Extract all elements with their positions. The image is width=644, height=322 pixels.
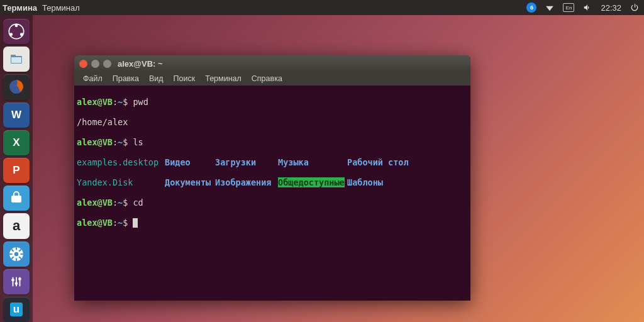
svg-rect-8 — [11, 196, 21, 203]
command-cd: cd — [133, 197, 143, 208]
svg-rect-6 — [11, 57, 21, 63]
menubar-app-name: Терминал — [42, 3, 80, 13]
equalizer-icon — [9, 275, 23, 289]
top-menubar: Термина Терминал 6 En 22:32 — [0, 0, 644, 15]
menu-help[interactable]: Справка — [247, 73, 287, 84]
svg-point-2 — [10, 33, 13, 36]
pwd-output: /home/alex — [77, 117, 468, 127]
command-pwd: pwd — [133, 97, 148, 107]
launcher-firefox[interactable] — [3, 74, 30, 99]
ubuntu-cof-icon — [8, 23, 25, 40]
launcher-writer[interactable]: W — [3, 103, 30, 128]
firefox-icon — [8, 79, 25, 95]
launcher-impress[interactable]: P — [3, 158, 30, 183]
menu-file[interactable]: Файл — [78, 73, 108, 84]
excel-icon: X — [13, 136, 19, 149]
menu-edit[interactable]: Правка — [108, 73, 144, 84]
terminal-window[interactable]: alex@VB: ~ Файл Правка Вид Поиск Термина… — [74, 55, 470, 301]
window-menubar: Файл Правка Вид Поиск Терминал Справка — [74, 72, 470, 86]
launcher-amazon[interactable]: a — [3, 213, 30, 238]
prompt-path: ~ — [118, 97, 123, 107]
settings-icon — [8, 246, 25, 262]
command-ls: ls — [133, 137, 143, 147]
file-manager-icon — [9, 52, 24, 67]
window-close-button[interactable] — [79, 60, 87, 68]
amazon-icon: a — [13, 218, 20, 234]
svg-point-13 — [18, 277, 21, 280]
launcher-extra[interactable]: u — [3, 297, 30, 322]
launcher-sound[interactable] — [3, 269, 30, 294]
u-icon: u — [10, 303, 23, 316]
menu-search[interactable]: Поиск — [169, 73, 201, 84]
svg-point-11 — [11, 279, 14, 282]
powerpoint-icon: P — [13, 164, 19, 177]
launcher-software[interactable] — [3, 186, 30, 211]
menu-terminal[interactable]: Терминал — [200, 73, 247, 84]
launcher-files[interactable] — [3, 47, 30, 72]
svg-point-3 — [20, 33, 23, 36]
svg-point-10 — [14, 252, 19, 256]
software-center-icon — [9, 191, 24, 206]
menubar-app-name-short: Термина — [3, 3, 37, 13]
clock[interactable]: 22:32 — [601, 3, 621, 13]
window-minimize-button[interactable] — [91, 60, 99, 68]
power-icon[interactable] — [630, 3, 639, 12]
prompt-user: alex@VB — [77, 97, 113, 107]
launcher-settings[interactable] — [3, 242, 30, 267]
svg-point-12 — [15, 282, 18, 285]
unity-launcher: W X P a u — [0, 15, 33, 322]
word-icon: W — [11, 109, 21, 121]
window-titlebar[interactable]: alex@VB: ~ — [74, 55, 470, 72]
launcher-calc[interactable]: X — [3, 130, 30, 155]
svg-point-1 — [15, 24, 18, 27]
cursor — [133, 218, 138, 228]
window-maximize-button[interactable] — [103, 60, 111, 68]
ls-row: examples.desktopВидеоЗагрузкиМузыкаРабоч… — [77, 157, 468, 167]
network-icon[interactable] — [545, 3, 554, 12]
app-indicator-icon[interactable]: 6 — [526, 3, 536, 13]
keyboard-layout-indicator[interactable]: En — [563, 3, 574, 12]
volume-icon[interactable] — [583, 3, 592, 12]
launcher-dash[interactable] — [3, 19, 30, 44]
ls-row: Yandex.DiskДокументыИзображенияОбщедосту… — [77, 177, 468, 187]
svg-rect-5 — [11, 55, 16, 57]
menu-view[interactable]: Вид — [144, 73, 169, 84]
terminal-body[interactable]: alex@VB:~$ pwd /home/alex alex@VB:~$ ls … — [74, 86, 470, 301]
window-title: alex@VB: ~ — [118, 59, 163, 69]
